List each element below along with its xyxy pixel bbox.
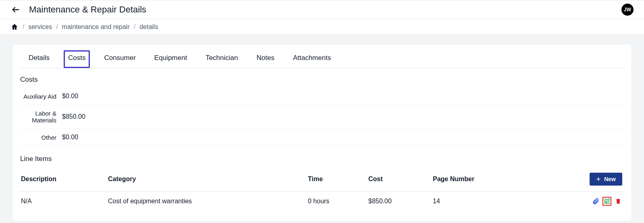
tab-costs[interactable]: Costs [64,50,90,68]
user-avatar[interactable]: JW [621,4,634,16]
breadcrumb-sep: / [56,23,58,31]
page-title: Maintenance & Repair Details [29,4,146,15]
cell-description: N/A [19,198,108,205]
tab-notes[interactable]: Notes [252,50,278,68]
new-line-item-button[interactable]: New [590,173,622,186]
header-bar: Maintenance & Repair Details JW [0,0,644,19]
arrow-left-icon [11,5,20,14]
breadcrumb-maintenance[interactable]: maintenance and repair [62,23,130,31]
cost-label: Labor & Materials [19,110,56,124]
cost-value: $850.00 [62,113,85,120]
breadcrumb-services[interactable]: services [28,23,52,31]
breadcrumb-sep: / [23,23,24,31]
tab-technician[interactable]: Technician [201,50,242,68]
col-category: Category [108,176,308,183]
table-row: N/A Cost of equipment warranties 0 hours… [19,192,625,211]
col-cost: Cost [368,176,433,183]
cell-time: 0 hours [308,198,368,205]
breadcrumb-sep: / [134,23,135,31]
cost-label: Other [19,134,56,141]
cost-value: $0.00 [62,134,78,141]
col-actions: New [530,173,625,186]
breadcrumb-home[interactable] [10,23,19,31]
line-items-table: Description Category Time Cost Page Numb… [19,167,625,211]
breadcrumb: / services / maintenance and repair / de… [0,19,644,35]
row-actions [530,197,625,205]
costs-section-title: Costs [20,76,625,84]
cell-category: Cost of equipment warranties [108,198,308,205]
plus-icon [596,177,601,182]
delete-button[interactable] [614,197,622,205]
home-icon [10,23,19,31]
cost-value: $0.00 [62,93,78,100]
new-button-label: New [604,176,616,182]
back-button[interactable] [11,5,20,14]
cost-row-auxiliary: Auxiliary Aid $0.00 [19,88,625,105]
table-header: Description Category Time Cost Page Numb… [19,167,625,192]
tab-consumer[interactable]: Consumer [100,50,140,68]
main-card: Details Costs Consumer Equipment Technic… [13,45,631,221]
col-time: Time [308,176,368,183]
cell-cost: $850.00 [368,198,433,205]
paperclip-icon [592,198,599,205]
tab-details[interactable]: Details [24,50,54,68]
tab-attachments[interactable]: Attachments [289,50,336,68]
tabs: Details Costs Consumer Equipment Technic… [19,45,625,68]
tab-equipment[interactable]: Equipment [150,50,191,68]
cost-row-labor: Labor & Materials $850.00 [19,105,625,129]
cost-row-other: Other $0.00 [19,129,625,146]
attachment-button[interactable] [592,197,600,205]
trash-icon [615,198,621,204]
cell-page: 14 [433,198,530,205]
cost-label: Auxiliary Aid [19,93,56,100]
edit-button[interactable] [603,197,611,205]
col-page: Page Number [433,176,530,183]
line-items-section-title: Line Items [20,155,625,163]
col-description: Description [19,176,108,183]
breadcrumb-details[interactable]: details [139,23,158,31]
edit-icon [604,198,610,204]
